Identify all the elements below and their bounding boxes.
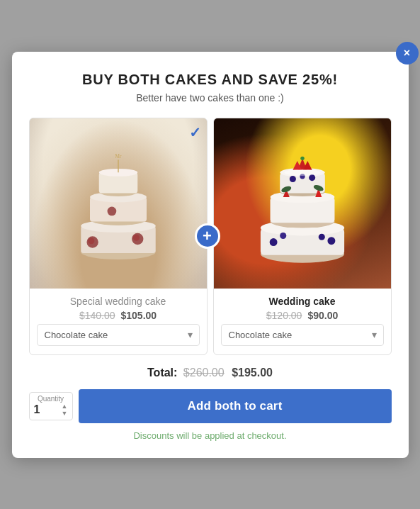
svg-point-10 [88, 237, 94, 244]
quantity-up-button[interactable]: ▲ [62, 403, 68, 410]
svg-point-35 [327, 237, 335, 245]
price-row-right: $120.00 $90.00 [266, 310, 338, 321]
modal-dialog: × BUY BOTH CAKES AND SAVE 25%! Better ha… [12, 52, 409, 458]
product-image-left: Mr ✓ [30, 118, 207, 289]
wedding-cake-svg-left: Mr [69, 133, 168, 274]
quantity-box: Quantity 1 ▲ ▼ [29, 392, 73, 420]
flavor-select-wrap-right: Chocolate cake Vanilla cake Strawberry c… [221, 324, 384, 346]
product-card-right: Wedding cake $120.00 $90.00 Chocolate ca… [213, 118, 392, 355]
price-new-left: $105.00 [121, 310, 157, 321]
svg-point-36 [280, 232, 286, 238]
price-row-left: $140.00 $105.00 [79, 310, 157, 321]
cake-image-right [214, 118, 391, 289]
modal-subtitle: Better have two cakes than one :) [29, 92, 392, 104]
wedding-cake-svg-right [246, 133, 359, 274]
svg-point-40 [284, 169, 320, 175]
svg-point-37 [318, 233, 324, 240]
quantity-label: Quantity [30, 393, 72, 403]
quantity-value: 1 [34, 403, 40, 416]
quantity-down-button[interactable]: ▼ [62, 410, 68, 417]
discount-note: Discounts will be applied at checkout. [29, 430, 392, 441]
action-row: Quantity 1 ▲ ▼ Add both to cart [29, 389, 392, 423]
flavor-select-right[interactable]: Chocolate cake Vanilla cake Strawberry c… [221, 324, 384, 346]
flavor-select-wrap-left: Chocolate cake Vanilla cake Strawberry c… [37, 324, 200, 346]
price-old-left: $140.00 [79, 310, 115, 321]
quantity-value-row: 1 ▲ ▼ [30, 403, 72, 420]
product-image-right [214, 118, 391, 289]
price-new-right: $90.00 [307, 310, 338, 321]
close-icon: × [404, 47, 410, 60]
total-row: Total: $260.00 $195.00 [29, 367, 392, 379]
svg-point-13 [107, 206, 116, 216]
total-label: Total: [147, 367, 177, 379]
svg-text:Mr: Mr [115, 154, 121, 160]
close-button[interactable]: × [396, 42, 419, 65]
svg-point-28 [300, 156, 304, 160]
modal-title: BUY BOTH CAKES AND SAVE 25%! [29, 72, 392, 88]
plus-badge: + [195, 223, 220, 249]
flavor-select-left[interactable]: Chocolate cake Vanilla cake Strawberry c… [37, 324, 200, 346]
svg-point-29 [289, 175, 295, 181]
svg-point-12 [132, 234, 139, 240]
total-new-price: $195.00 [232, 367, 273, 379]
selected-checkmark: ✓ [189, 124, 201, 141]
product-info-left: Special wedding cake $140.00 $105.00 Cho… [30, 289, 207, 354]
price-old-right: $120.00 [266, 310, 302, 321]
add-to-cart-button[interactable]: Add both to cart [79, 389, 392, 423]
product-name-right: Wedding cake [269, 296, 336, 307]
product-card-left: Mr ✓ Special wedding cake $140.00 $105.0… [29, 118, 208, 355]
svg-point-34 [269, 238, 277, 246]
products-row: Mr ✓ Special wedding cake $140.00 $105.0… [29, 118, 392, 355]
product-info-right: Wedding cake $120.00 $90.00 Chocolate ca… [214, 289, 391, 354]
cake-image-left: Mr [30, 118, 207, 289]
product-name-left: Special wedding cake [70, 296, 166, 307]
quantity-arrows: ▲ ▼ [62, 403, 68, 417]
total-old-price: $260.00 [183, 367, 225, 379]
